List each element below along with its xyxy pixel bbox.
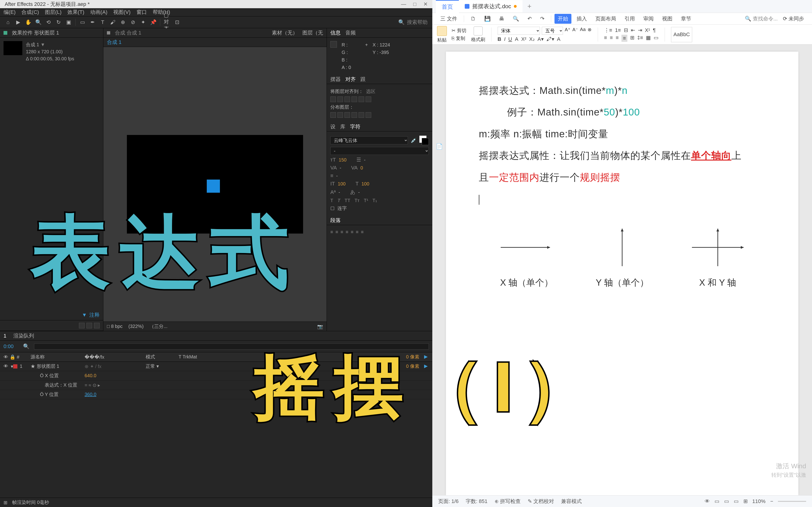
bold-button[interactable]: B — [498, 36, 501, 42]
search-commands[interactable]: 🔍 查找命令... — [745, 15, 777, 22]
numbering-icon[interactable]: 1≡ — [615, 27, 621, 33]
blend-mode[interactable]: 正常 — [146, 363, 155, 369]
lock-col-icon[interactable]: 🔒 — [10, 354, 15, 359]
new-icon[interactable]: 🗋 — [467, 14, 479, 23]
baseline[interactable]: - — [339, 190, 340, 195]
doc-proof[interactable]: ✎ 文档校对 — [528, 498, 554, 505]
project-panel-tab[interactable]: 效果控件 形状图层 1 — [0, 28, 103, 38]
preset-tab[interactable]: 设 — [331, 123, 336, 130]
dist-icon[interactable] — [331, 112, 336, 118]
eyedropper-icon[interactable]: 💉 — [411, 137, 417, 143]
read-mode-icon[interactable]: ▭ — [714, 498, 719, 504]
paragraph-tab[interactable]: 段落 — [331, 217, 341, 224]
align-right-icon[interactable] — [345, 97, 350, 102]
y-position-value[interactable]: 360.0 — [85, 392, 96, 397]
wps-doc-tab[interactable]: 摇摆表达式.doc — [459, 0, 522, 12]
track-tab[interactable]: 跟 — [360, 76, 366, 83]
caps-icon[interactable]: TT — [345, 198, 350, 203]
preview-icon[interactable]: 🔍 — [509, 14, 522, 23]
bullets-icon[interactable]: ⋮≡ — [604, 27, 612, 33]
eraser-tool-icon[interactable]: ⊘ — [130, 19, 136, 25]
shape-layer-square[interactable] — [207, 180, 220, 193]
cut-button[interactable]: ✂ 剪切 — [452, 27, 466, 34]
font-select[interactable]: 宋体 — [498, 27, 540, 35]
align-left-icon[interactable] — [331, 97, 336, 102]
show-marks-icon[interactable]: ¶ — [653, 27, 656, 33]
font-family-select[interactable]: 云峰飞云体 — [331, 136, 408, 144]
annot-icon[interactable] — [94, 323, 100, 328]
distribute-button[interactable]: ⊞ — [630, 35, 635, 42]
align-left-icon[interactable]: ≡ — [331, 229, 333, 235]
ribbon-layout[interactable]: 页面布局 — [592, 14, 619, 24]
mode-col[interactable]: 模式 — [146, 354, 179, 360]
ribbon-review[interactable]: 审阅 — [640, 14, 657, 24]
dist-icon[interactable] — [352, 112, 357, 118]
stroke-width[interactable]: - — [336, 173, 338, 179]
align-vcenter-icon[interactable] — [359, 97, 364, 102]
camera-tool-icon[interactable]: ▣ — [65, 19, 72, 25]
style-normal[interactable]: AaBbC — [671, 27, 692, 42]
leading[interactable]: - — [364, 157, 366, 163]
menu-comp[interactable]: 合成(C) — [21, 9, 39, 16]
zoom-level[interactable]: (322%) — [129, 324, 144, 329]
vscale[interactable]: 100 — [338, 181, 346, 186]
pen-tool-icon[interactable]: ✒ — [89, 19, 96, 25]
dist-icon[interactable] — [359, 112, 364, 118]
sub-button[interactable]: X₂ — [529, 36, 535, 42]
tsume[interactable]: - — [358, 190, 360, 195]
ribbon-ref[interactable]: 引用 — [621, 14, 638, 24]
twirl-icon[interactable]: ▾ — [11, 363, 13, 369]
menu-edit[interactable]: 编(E) — [4, 9, 15, 16]
italic-button[interactable]: I — [504, 36, 505, 42]
timeline-search-icon[interactable]: 🔍 — [23, 343, 30, 349]
justify-icon[interactable]: ≡ — [346, 229, 348, 235]
change-case-icon[interactable]: Aa — [580, 27, 586, 35]
bold-icon[interactable]: T — [331, 198, 333, 203]
char-border-button[interactable]: A — [557, 36, 561, 42]
align-top-icon[interactable] — [352, 97, 357, 102]
doc-cursor-line[interactable] — [479, 188, 765, 210]
render-queue-tab[interactable]: 渲染队列 — [13, 332, 34, 339]
zoom-level[interactable]: 110% — [752, 498, 765, 504]
info-tab[interactable]: 信息 — [331, 30, 341, 36]
shading-button[interactable]: ▦ — [646, 35, 651, 42]
minimize-icon[interactable]: — — [401, 1, 406, 7]
view-mode-icon[interactable]: 👁 — [705, 498, 710, 504]
layer-tab[interactable]: 图层（无 — [302, 30, 323, 36]
camera-icon[interactable]: 📷 — [317, 324, 323, 329]
snap-icon[interactable]: ▢对齐 — [164, 19, 170, 25]
grow-font-icon[interactable]: A⁺ — [565, 27, 570, 35]
bpc-label[interactable]: □ 8 bpc — [107, 324, 123, 329]
redo-icon[interactable]: ↷ — [537, 14, 548, 23]
character-tab[interactable]: 字符 — [350, 123, 360, 130]
file-menu[interactable]: 三 文件 — [437, 14, 460, 24]
menu-effect[interactable]: 效果(T) — [67, 9, 84, 16]
align-right-icon[interactable]: ≡ — [341, 229, 343, 235]
clear-format-icon[interactable]: ⊗ — [588, 27, 592, 35]
active-comp-tab[interactable]: 合成 1 — [107, 39, 121, 46]
superscript-icon[interactable]: T¹ — [364, 198, 368, 203]
justify-icon[interactable]: ≡ — [361, 229, 364, 235]
x-position-label[interactable]: Ö X 位置 — [40, 373, 59, 378]
font-color-button[interactable]: A▾ — [538, 36, 544, 42]
snap2-icon[interactable]: ⊡ — [174, 19, 181, 25]
save-icon[interactable]: 💾 — [481, 14, 494, 23]
italic-icon[interactable]: T — [338, 198, 340, 203]
resolution[interactable]: （三分... — [149, 323, 167, 330]
stroke-swatch[interactable] — [422, 138, 429, 145]
menu-view[interactable]: 视图(V) — [113, 9, 131, 16]
ribbon-chapter[interactable]: 章节 — [677, 14, 695, 24]
project-item[interactable]: 合成 1 ▼ 1280 x 720 (1.00) Δ 0:00:00:05, 3… — [0, 38, 103, 66]
tracking[interactable]: 0 — [360, 165, 363, 171]
font-size[interactable]: 150 — [339, 157, 347, 163]
kerning[interactable]: - — [340, 165, 341, 171]
doc-sidebar-icon[interactable]: 📄 — [436, 143, 443, 150]
material-tab[interactable]: 素材（无） — [272, 30, 298, 36]
brush-tool-icon[interactable]: 🖌 — [109, 19, 116, 25]
multilevel-icon[interactable]: ⊟ — [624, 27, 628, 33]
sync-button[interactable]: ⟳ 未同步 — [779, 14, 807, 24]
subscript-icon[interactable]: T₁ — [372, 198, 377, 203]
selection-tool-icon[interactable]: ▶ — [15, 19, 21, 25]
line-spacing-button[interactable]: ‡≡ — [637, 35, 643, 42]
library-tab[interactable]: 库 — [340, 123, 345, 130]
